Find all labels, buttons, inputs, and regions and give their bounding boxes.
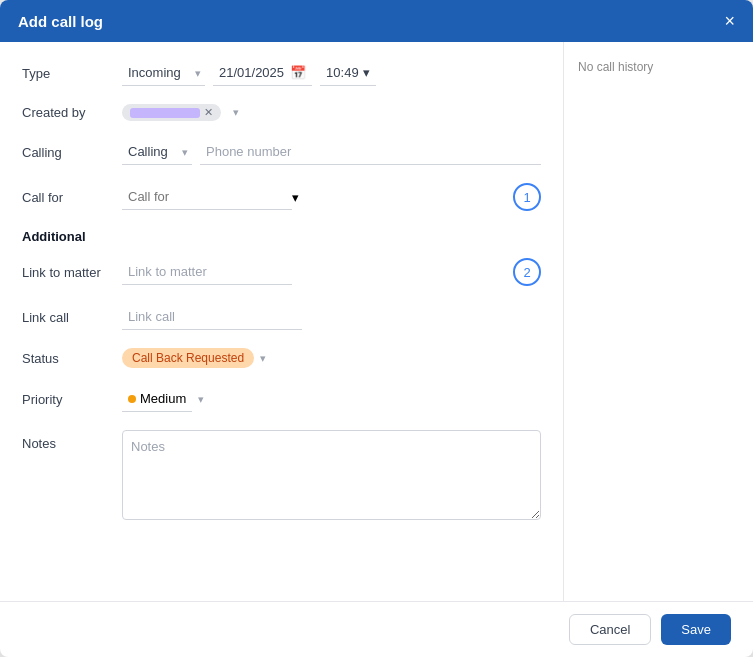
date-box[interactable]: 21/01/2025 📅 — [213, 60, 312, 86]
type-controls: Incoming Outgoing ▾ 21/01/2025 📅 10:49 ▾ — [122, 60, 541, 86]
link-to-matter-input[interactable] — [122, 259, 292, 285]
call-for-label: Call for — [22, 190, 122, 205]
modal-footer: Cancel Save — [0, 601, 753, 657]
form-area: Type Incoming Outgoing ▾ 21/01/2025 📅 — [0, 42, 563, 601]
time-wrapper[interactable]: 10:49 ▾ — [320, 60, 376, 86]
created-by-chevron-icon: ▾ — [233, 106, 239, 119]
modal-body: Type Incoming Outgoing ▾ 21/01/2025 📅 — [0, 42, 753, 601]
priority-value: Medium — [140, 391, 186, 406]
save-button[interactable]: Save — [661, 614, 731, 645]
type-label: Type — [22, 66, 122, 81]
link-to-matter-badge: 2 — [513, 258, 541, 286]
calling-label: Calling — [22, 145, 122, 160]
status-label: Status — [22, 351, 122, 366]
type-row: Type Incoming Outgoing ▾ 21/01/2025 📅 — [22, 60, 541, 86]
priority-label: Priority — [22, 392, 122, 407]
calling-select[interactable]: Calling — [122, 139, 192, 165]
notes-row: Notes — [22, 430, 541, 520]
no-call-history-text: No call history — [578, 60, 653, 74]
cancel-button[interactable]: Cancel — [569, 614, 651, 645]
status-row: Status Call Back Requested ▾ — [22, 348, 541, 368]
status-controls: Call Back Requested ▾ — [122, 348, 541, 368]
close-button[interactable]: × — [724, 12, 735, 30]
created-by-chip-remove[interactable]: ✕ — [204, 106, 213, 119]
notes-controls — [122, 430, 541, 520]
call-for-wrapper: ▾ — [122, 184, 495, 210]
calling-select-wrapper[interactable]: Calling ▾ — [122, 139, 192, 165]
type-select[interactable]: Incoming Outgoing — [122, 60, 205, 86]
call-for-controls: ▾ 1 — [122, 183, 541, 211]
created-by-controls: ✕ ▾ — [122, 104, 541, 121]
calling-row: Calling Calling ▾ Phone number — [22, 139, 541, 165]
call-for-badge: 1 — [513, 183, 541, 211]
priority-dot-icon — [128, 395, 136, 403]
modal-title: Add call log — [18, 13, 103, 30]
call-for-chevron-icon: ▾ — [292, 190, 299, 205]
created-by-label: Created by — [22, 105, 122, 120]
status-badge: Call Back Requested — [122, 348, 254, 368]
link-call-controls — [122, 304, 541, 330]
created-by-chip: ✕ — [122, 104, 221, 121]
link-call-row: Link call — [22, 304, 541, 330]
additional-section-label: Additional — [22, 229, 541, 244]
add-call-log-modal: Add call log × Type Incoming Outgoing ▾ — [0, 0, 753, 657]
created-by-row: Created by ✕ ▾ — [22, 104, 541, 121]
notes-textarea[interactable] — [122, 430, 541, 520]
status-chevron-icon: ▾ — [260, 352, 266, 365]
link-to-matter-controls: 2 — [122, 258, 541, 286]
created-by-dropdown-wrapper[interactable]: ▾ — [229, 106, 239, 119]
link-to-matter-input-wrapper — [122, 259, 495, 285]
priority-chevron-icon: ▾ — [198, 393, 204, 406]
calling-controls: Calling ▾ Phone number — [122, 139, 541, 165]
type-select-wrapper[interactable]: Incoming Outgoing ▾ — [122, 60, 205, 86]
notes-label: Notes — [22, 430, 122, 451]
priority-display: Medium — [122, 386, 192, 412]
call-for-input[interactable] — [122, 184, 292, 210]
priority-controls: Medium ▾ — [122, 386, 541, 412]
link-call-input[interactable] — [122, 304, 302, 330]
call-for-row: Call for ▾ 1 — [22, 183, 541, 211]
priority-select-wrapper[interactable]: Medium ▾ — [122, 386, 204, 412]
priority-row: Priority Medium ▾ — [22, 386, 541, 412]
status-select-wrapper[interactable]: Call Back Requested ▾ — [122, 348, 266, 368]
link-to-matter-row: Link to matter 2 — [22, 258, 541, 286]
side-area: No call history — [563, 42, 753, 601]
date-value: 21/01/2025 — [219, 65, 284, 80]
modal-header: Add call log × — [0, 0, 753, 42]
link-to-matter-label: Link to matter — [22, 265, 122, 280]
calendar-icon: 📅 — [290, 65, 306, 80]
phone-number-label: Phone number — [200, 139, 541, 165]
time-value: 10:49 — [326, 65, 359, 80]
time-chevron-icon: ▾ — [363, 65, 370, 80]
link-call-label: Link call — [22, 310, 122, 325]
created-by-chip-text — [130, 108, 200, 118]
